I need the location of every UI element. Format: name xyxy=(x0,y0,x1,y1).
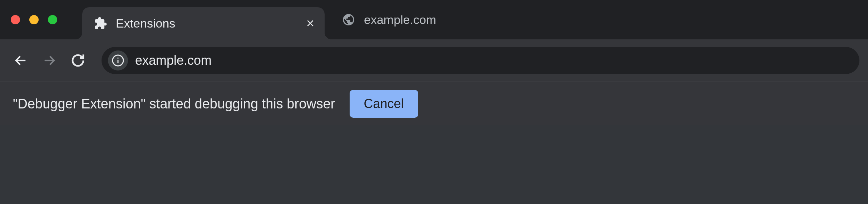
window-close-button[interactable] xyxy=(11,15,20,24)
tab-example[interactable]: example.com xyxy=(332,5,446,34)
tab-title: Extensions xyxy=(116,16,295,30)
debugger-infobar: "Debugger Extension" started debugging t… xyxy=(0,82,868,125)
globe-icon xyxy=(342,13,355,26)
reload-button[interactable] xyxy=(66,48,90,73)
toolbar: example.com xyxy=(0,39,868,82)
url-text: example.com xyxy=(135,53,212,68)
infobar-message: "Debugger Extension" started debugging t… xyxy=(13,96,335,112)
window-minimize-button[interactable] xyxy=(29,15,39,24)
tab-strip: Extensions example.com xyxy=(0,0,868,39)
tab-title: example.com xyxy=(364,13,436,27)
omnibox[interactable]: example.com xyxy=(102,47,859,74)
site-info-button[interactable] xyxy=(108,50,128,71)
back-button[interactable] xyxy=(9,48,33,73)
cancel-button[interactable]: Cancel xyxy=(350,90,418,118)
svg-point-6 xyxy=(117,57,119,59)
tab-extensions[interactable]: Extensions xyxy=(82,7,325,39)
forward-button[interactable] xyxy=(37,48,61,73)
tab-close-button[interactable] xyxy=(303,16,317,30)
window-controls xyxy=(11,15,57,24)
window-maximize-button[interactable] xyxy=(48,15,57,24)
extension-icon xyxy=(94,16,107,30)
